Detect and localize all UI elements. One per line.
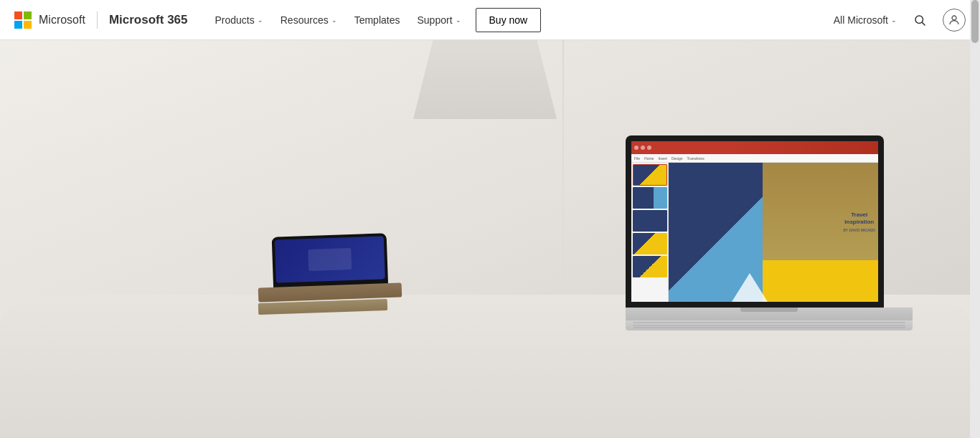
ppt-thumb-2: [633, 187, 667, 209]
nav-right: All Microsoft ⌄: [834, 9, 966, 32]
slide-subtitle: BY DAVID MIGADO: [843, 228, 875, 233]
ppt-ribbon-tab-5: Transitions: [687, 156, 705, 161]
product-name: Microsoft 365: [109, 13, 188, 27]
laptop-screen: File Home Insert Design Transitions: [631, 141, 878, 302]
ppt-ribbon-tab-3: Insert: [658, 156, 667, 161]
ppt-slide-panel: [631, 163, 669, 302]
nav-link-templates[interactable]: Templates: [347, 10, 407, 30]
lamp-decoration: [413, 40, 557, 119]
nav-link-products[interactable]: Products ⌄: [208, 10, 270, 30]
keyboard-row-1: [633, 322, 905, 323]
hero-section: File Home Insert Design Transitions: [0, 40, 970, 438]
ppt-thumb-2-preview: [633, 187, 667, 209]
all-microsoft-label: All Microsoft: [834, 14, 888, 26]
microsoft-wordmark: Microsoft: [39, 14, 85, 27]
ppt-main-slide: Travel Inspiration BY DAVID MIGADO: [669, 163, 878, 302]
ppt-body: Travel Inspiration BY DAVID MIGADO: [631, 163, 878, 302]
laptop-keyboard: [626, 320, 913, 330]
ppt-topbar-dot: [634, 146, 639, 150]
slide-title-line2: Inspiration: [843, 219, 875, 226]
ppt-ribbon-tab: File: [634, 156, 640, 161]
svg-point-0: [915, 16, 923, 24]
products-chevron-icon: ⌄: [258, 16, 263, 24]
nav-divider: [97, 11, 98, 29]
ppt-thumb-5-preview: [633, 256, 667, 277]
keyboard-row-2: [633, 325, 905, 326]
buy-now-button[interactable]: Buy now: [476, 8, 542, 32]
search-icon: [913, 14, 926, 27]
phone-screen-content: [308, 248, 352, 271]
ppt-thumb-5: [633, 256, 667, 277]
ppt-titlebar: [631, 141, 878, 154]
all-microsoft-chevron-icon: ⌄: [891, 16, 897, 24]
nav-link-resources[interactable]: Resources ⌄: [273, 10, 344, 30]
ppt-thumb-4-preview: [633, 233, 667, 254]
ppt-ribbon-tab-4: Design: [672, 156, 683, 161]
slide-triangle-shape: [732, 273, 768, 302]
scrollbar-thumb[interactable]: [971, 0, 979, 43]
phone-notebook-group: [258, 285, 402, 313]
products-label: Products: [215, 14, 255, 26]
svg-point-2: [952, 16, 956, 20]
microsoft-logo-link[interactable]: Microsoft: [14, 11, 85, 29]
resources-chevron-icon: ⌄: [331, 16, 337, 24]
lamp-shade: [413, 40, 557, 119]
ppt-topbar-dot-2: [641, 146, 645, 150]
keyboard-rows: [626, 320, 913, 330]
svg-line-1: [922, 22, 925, 25]
ppt-ribbon: File Home Insert Design Transitions: [631, 154, 878, 163]
templates-label: Templates: [354, 14, 400, 26]
ppt-thumb-1-preview: [633, 165, 666, 185]
all-microsoft-menu[interactable]: All Microsoft ⌄: [834, 14, 897, 26]
slide-title-line1: Travel: [843, 211, 875, 219]
nav-link-support[interactable]: Support ⌄: [410, 10, 468, 30]
laptop-base: [626, 308, 913, 322]
scrollbar[interactable]: [970, 0, 980, 438]
wall-corner: [562, 40, 564, 298]
navbar: Microsoft Microsoft 365 Products ⌄ Resou…: [0, 0, 980, 40]
support-chevron-icon: ⌄: [456, 16, 461, 24]
ppt-thumb-3: [633, 210, 667, 232]
keyboard-row-3: [633, 327, 905, 328]
laptop-device: File Home Insert Design Transitions: [626, 135, 913, 330]
user-icon: [948, 14, 961, 27]
ppt-ribbon-tab-2: Home: [644, 156, 654, 161]
nav-links: Products ⌄ Resources ⌄ Templates Support…: [208, 8, 834, 32]
account-button[interactable]: [943, 9, 966, 32]
support-label: Support: [417, 14, 452, 26]
resources-label: Resources: [281, 14, 329, 26]
ppt-thumb-3-preview: [633, 210, 667, 232]
laptop-base-notch: [740, 308, 798, 312]
laptop-screen-outer: File Home Insert Design Transitions: [626, 135, 884, 308]
ppt-topbar-dot-3: [647, 146, 651, 150]
ppt-thumb-1: [633, 164, 667, 186]
microsoft-logo-icon: [14, 11, 32, 29]
search-button[interactable]: [908, 9, 931, 32]
ppt-thumb-4: [633, 233, 667, 254]
phone-screen: [275, 236, 385, 282]
slide-title: Travel Inspiration BY DAVID MIGADO: [843, 211, 875, 232]
